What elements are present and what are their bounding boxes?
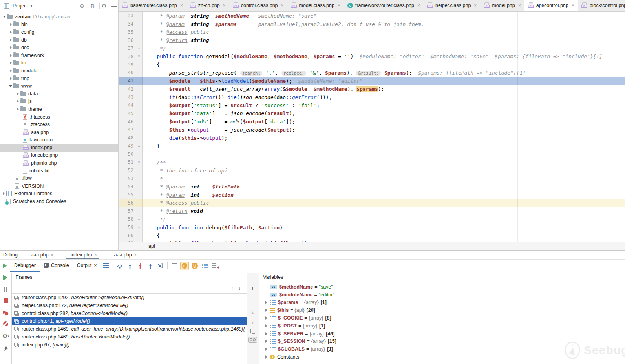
tree-row[interactable]: aaa.php: [0, 128, 118, 136]
chevron-right-icon[interactable]: [263, 309, 269, 312]
evaluate-expression-icon[interactable]: [169, 261, 179, 271]
add-icon[interactable]: +: [247, 285, 259, 292]
code-line[interactable]: 36 * @return string: [119, 36, 625, 44]
tab-console[interactable]: Console: [40, 260, 73, 272]
close-icon[interactable]: ×: [474, 3, 477, 8]
chevron-down-icon[interactable]: ▼: [30, 4, 33, 8]
variable-row[interactable]: $_POST={array}[1]: [259, 322, 625, 330]
move-up-icon[interactable]: ▲: [247, 310, 259, 315]
code-line[interactable]: 49∧ }: [119, 142, 625, 150]
frame-row[interactable]: router.class.php:1469, baseRouter->loadM…: [12, 333, 247, 341]
variable-row[interactable]: $_COOKIE={array}[8]: [259, 314, 625, 322]
code-line[interactable]: 39 {: [119, 60, 625, 69]
chevron-right-icon[interactable]: [263, 301, 269, 304]
step-out-icon[interactable]: [145, 261, 155, 271]
variable-row[interactable]: $methodName="save": [259, 283, 625, 291]
chevron-right-icon[interactable]: [263, 324, 269, 327]
close-icon[interactable]: ×: [94, 252, 97, 257]
tree-row[interactable]: index.php: [0, 144, 118, 152]
tab-output[interactable]: Output×: [73, 260, 101, 272]
fold-marker-icon[interactable]: ∨: [136, 158, 143, 166]
tree-row[interactable]: .ztaccess: [0, 121, 118, 128]
variable-row[interactable]: $this={api}[20]: [259, 306, 625, 314]
editor-tab[interactable]: model.class.php×: [287, 0, 344, 12]
view-breakpoints-icon[interactable]: [0, 309, 11, 317]
code-line[interactable]: 37∧ */: [119, 44, 625, 53]
code-line[interactable]: 47 $this->output = json_encode($output);: [119, 126, 625, 134]
close-icon[interactable]: ×: [223, 3, 226, 8]
tree-row[interactable]: ioncube.php: [0, 152, 118, 159]
close-icon[interactable]: ×: [51, 252, 53, 257]
chevron-right-icon[interactable]: [8, 77, 13, 80]
locate-file-icon[interactable]: ⊕: [78, 3, 86, 9]
code-line[interactable]: 48 die($this->output);: [119, 134, 625, 142]
editor-tab[interactable]: helper.class.php×: [424, 0, 480, 12]
chevron-right-icon[interactable]: [263, 340, 269, 343]
gear-icon[interactable]: ⚙: [100, 3, 108, 9]
chevron-right-icon[interactable]: [8, 23, 13, 26]
close-icon[interactable]: ×: [518, 3, 521, 8]
code-line[interactable]: 53 *: [119, 174, 625, 183]
code-line[interactable]: 34 * @param string $params param1=value1…: [119, 20, 625, 28]
resume-icon[interactable]: [0, 273, 11, 282]
variable-row[interactable]: $_SERVER={array}[46]: [259, 330, 625, 338]
tree-row[interactable]: zentaoD:\xampp\zentao: [0, 13, 118, 21]
layout-settings-icon[interactable]: [101, 261, 111, 271]
debug-session-tab[interactable]: aaa.php×: [24, 251, 57, 259]
pause-icon[interactable]: [0, 285, 11, 294]
tree-row[interactable]: .htaccess: [0, 113, 118, 121]
code-line[interactable]: 42 $result = call_user_func_array(array(…: [119, 85, 625, 93]
previous-frame-icon[interactable]: ↑: [231, 285, 234, 291]
chevron-right-icon[interactable]: [8, 61, 13, 64]
close-icon[interactable]: ×: [417, 3, 420, 8]
variable-row[interactable]: $moduleName="editor": [259, 291, 625, 299]
close-icon[interactable]: ×: [134, 252, 137, 257]
code-line[interactable]: 45 $output['data'] = json_encode($result…: [119, 110, 625, 118]
chevron-right-icon[interactable]: [8, 54, 13, 57]
chevron-right-icon[interactable]: [263, 355, 269, 359]
code-line[interactable]: 35 * @access public: [119, 28, 625, 36]
pin-icon[interactable]: [0, 344, 11, 353]
code-line[interactable]: 40 parse_str(str_replace( search: ',', r…: [119, 69, 625, 77]
debug-settings-gear-icon[interactable]: ⚙: [0, 332, 11, 340]
code-line[interactable]: 41 $module = $this->loadModel($moduleNam…: [119, 77, 625, 85]
editor-tab[interactable]: framework\router.class.php×: [344, 0, 424, 12]
fold-marker-icon[interactable]: ∨: [136, 223, 143, 232]
mute-breakpoints-icon[interactable]: [0, 319, 11, 328]
tree-row[interactable]: Scratches and Consoles: [0, 198, 118, 205]
show-watches-icon[interactable]: [247, 337, 259, 343]
chevron-down-icon[interactable]: [8, 85, 13, 87]
frame-row[interactable]: index.php:67, {main}(): [12, 341, 247, 349]
close-icon[interactable]: ×: [572, 3, 574, 8]
code-line[interactable]: 51∨ /**: [119, 158, 625, 166]
copy-icon[interactable]: [247, 329, 259, 335]
tree-row[interactable]: config: [0, 28, 118, 36]
chevron-right-icon[interactable]: [15, 92, 20, 95]
tree-row[interactable]: js: [0, 98, 118, 106]
frame-row[interactable]: control.php:41, api->getModel(): [12, 317, 247, 325]
chevron-right-icon[interactable]: [15, 100, 20, 103]
tree-row[interactable]: db: [0, 36, 118, 44]
tree-row[interactable]: External Libraries: [0, 190, 118, 198]
code-line[interactable]: 54 * @param int $filePath: [119, 183, 625, 191]
editor-tab[interactable]: zh-cn.php×: [186, 0, 229, 12]
editor-tab[interactable]: api\control.php×: [524, 0, 578, 12]
editor-tab[interactable]: control.class.php×: [229, 0, 287, 12]
code-line[interactable]: 60 {: [119, 231, 625, 240]
run-to-cursor-icon[interactable]: [155, 261, 166, 271]
tree-row[interactable]: .flow: [0, 174, 118, 182]
tree-row[interactable]: robots.txt: [0, 167, 118, 175]
remove-icon[interactable]: −: [247, 298, 259, 305]
editor-tab[interactable]: block\control.php×: [578, 0, 625, 12]
debug-session-tab[interactable]: aaa.php×: [108, 251, 141, 259]
code-line[interactable]: 43 if(dao::isError()) die(json_encode(da…: [119, 93, 625, 101]
tree-row[interactable]: tmp: [0, 75, 118, 82]
variable-row[interactable]: $params={array}[1]: [259, 299, 625, 307]
step-into-icon[interactable]: [125, 261, 135, 271]
close-icon[interactable]: ×: [338, 3, 340, 8]
tree-row[interactable]: phpinfo.php: [0, 159, 118, 167]
close-icon[interactable]: ×: [281, 3, 284, 8]
editor-tab[interactable]: base\router.class.php×: [119, 0, 186, 12]
code-line[interactable]: 33 * @param string $methodName $methodNa…: [119, 12, 625, 20]
fold-marker-icon[interactable]: ∨: [136, 53, 143, 61]
